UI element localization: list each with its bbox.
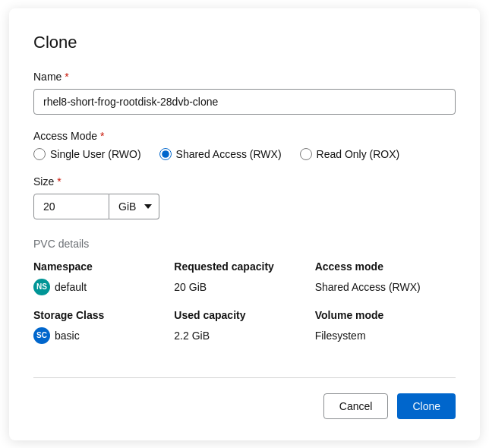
clone-dialog: Clone Name * Access Mode * Single User (… [9,8,480,440]
footer-divider [33,377,456,378]
pvc-values-row-2: SC basic 2.2 GiB Filesystem [33,326,456,356]
name-label: Name * [33,71,456,83]
access-mode-radio-group: Single User (RWO) Shared Access (RWX) Re… [33,148,456,160]
radio-shared-access-input[interactable] [159,148,172,160]
namespace-badge-cell: NS default [33,279,174,295]
size-row: MiB GiB TiB [33,194,456,219]
radio-read-only-label: Read Only (ROX) [317,148,400,160]
radio-single-user[interactable]: Single User (RWO) [33,148,141,160]
radio-read-only[interactable]: Read Only (ROX) [300,148,400,160]
access-mode-field-group: Access Mode * Single User (RWO) Shared A… [33,130,456,160]
radio-read-only-input[interactable] [300,148,312,160]
namespace-col-header: Namespace [33,259,174,277]
access-mode-col-header: Access mode [315,259,456,277]
storage-class-value-cell: SC basic [33,326,174,356]
cancel-button[interactable]: Cancel [323,393,389,419]
dialog-title: Clone [33,33,456,52]
name-input[interactable] [33,89,456,115]
size-unit-select[interactable]: MiB GiB TiB [109,194,159,219]
requested-capacity-col-header: Requested capacity [174,259,314,277]
volume-mode-value: Filesystem [315,326,456,356]
size-unit-select-wrap: MiB GiB TiB [109,194,159,219]
pvc-details-table: Namespace Requested capacity Access mode… [33,259,456,356]
volume-mode-col-header: Volume mode [315,308,456,326]
pvc-values-row-1: NS default 20 GiB Shared Access (RWX) [33,277,456,308]
storage-class-value: basic [55,330,80,342]
pvc-section-label: PVC details [33,238,456,250]
radio-shared-access[interactable]: Shared Access (RWX) [159,148,282,160]
requested-capacity-value: 20 GiB [174,277,314,308]
storage-class-badge: SC [33,327,50,344]
access-mode-value: Shared Access (RWX) [315,277,456,308]
name-field-group: Name * [33,71,456,130]
access-mode-label: Access Mode * [33,130,456,142]
storage-class-badge-cell: SC basic [33,327,174,344]
clone-button[interactable]: Clone [397,393,456,419]
button-row: Cancel Clone [33,393,456,419]
storage-class-col-header: Storage Class [33,308,174,326]
namespace-value-cell: NS default [33,277,174,308]
size-label: Size * [33,175,456,188]
namespace-value: default [55,281,87,293]
radio-single-user-input[interactable] [33,148,46,160]
radio-single-user-label: Single User (RWO) [50,148,141,160]
size-field-group: Size * MiB GiB TiB [33,175,456,219]
size-input[interactable] [33,194,109,219]
radio-shared-access-label: Shared Access (RWX) [176,148,282,160]
used-capacity-value: 2.2 GiB [174,326,314,356]
pvc-header-row: Namespace Requested capacity Access mode [33,259,456,277]
namespace-badge: NS [33,279,50,295]
pvc-subheader-row: Storage Class Used capacity Volume mode [33,308,456,326]
used-capacity-col-header: Used capacity [174,308,314,326]
